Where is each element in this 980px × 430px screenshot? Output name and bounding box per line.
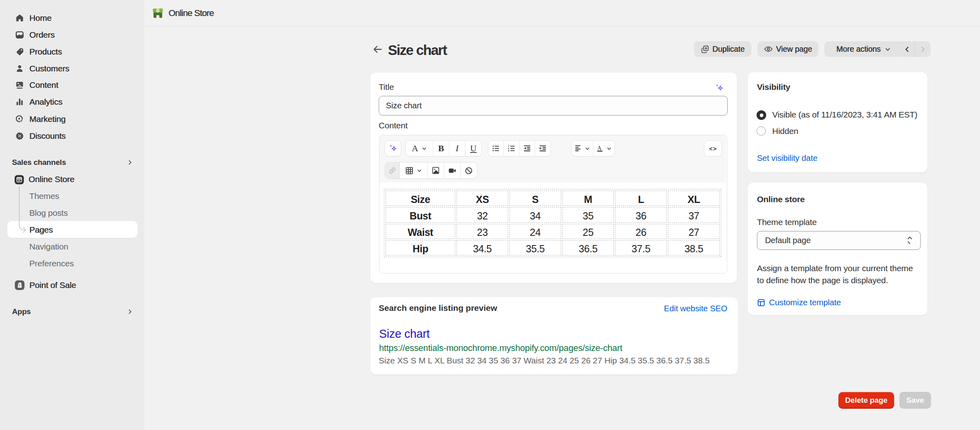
svg-text:3: 3 [508, 150, 509, 152]
svg-text:A: A [597, 145, 602, 151]
